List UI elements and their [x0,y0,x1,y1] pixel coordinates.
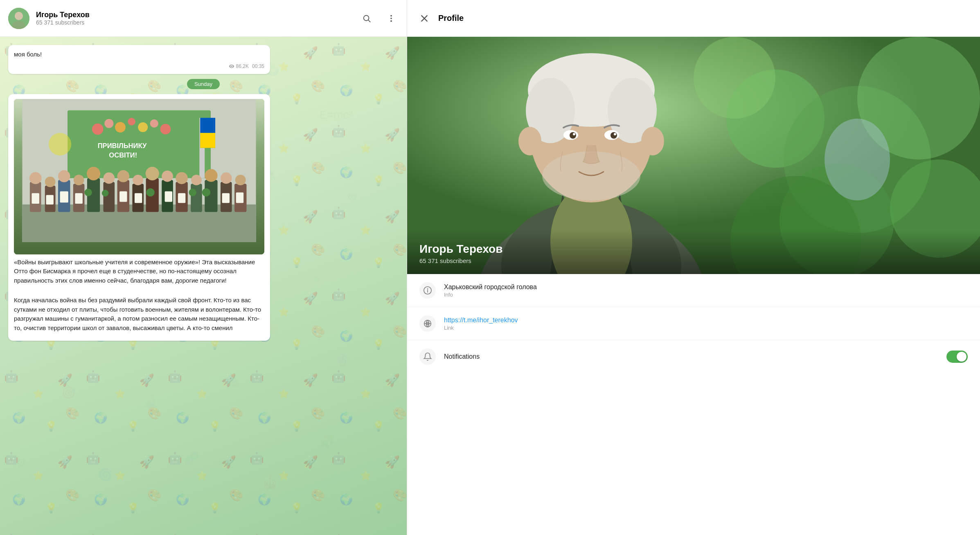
svg-point-61 [74,175,84,185]
svg-point-65 [104,172,115,184]
notifications-label: Notifications [444,353,938,360]
bio-row: Харьковский городской голова Info [407,274,980,307]
bio-label: Info [444,292,968,298]
svg-rect-52 [200,133,215,148]
svg-point-123 [611,132,617,139]
svg-point-47 [160,124,171,134]
chat-panel: Игорь Терехов 65 371 subscribers [0,0,407,535]
svg-point-42 [104,119,113,128]
channel-info: Игорь Терехов 65 371 subscribers [36,11,353,26]
svg-point-95 [189,189,196,196]
svg-point-46 [150,119,158,127]
svg-rect-87 [75,193,82,204]
svg-text:ПРИВІЛЬНИКУ: ПРИВІЛЬНИКУ [98,142,147,149]
svg-point-81 [221,172,232,184]
link-row: https://t.me/ihor_terekhov Link [407,307,980,340]
svg-point-53 [49,133,71,155]
svg-point-83 [235,175,246,185]
profile-panel: Profile [407,0,980,535]
post-image: ПРИВІЛЬНИКУ ОСВІТИ! [14,99,264,254]
svg-rect-84 [32,193,39,204]
channel-avatar[interactable] [8,8,29,29]
link-text[interactable]: https://t.me/ihor_terekhov [444,317,968,324]
views-count: 86,2K [236,63,249,69]
message-time: 00:35 [252,63,264,69]
svg-rect-64 [104,182,115,212]
svg-point-126 [518,127,541,155]
svg-text:ОСВІТИ!: ОСВІТИ! [109,151,137,159]
message-bubble: моя боль! 86,2K 00:35 [8,45,270,74]
svg-rect-97 [222,193,230,203]
photo-message-row: ПРИВІЛЬНИКУ ОСВІТИ! [8,94,399,341]
profile-subscribers: 65 371 subscribers [419,257,968,264]
profile-person-name: Игорь Терехов [419,243,968,256]
svg-point-77 [191,175,202,185]
bio-text: Харьковский городской голова [444,283,968,291]
svg-point-96 [202,188,210,196]
svg-line-5 [368,20,370,22]
svg-point-92 [146,188,155,196]
svg-point-89 [102,189,109,196]
message-text-first: моя боль! [14,50,264,59]
notifications-row: Notifications [407,340,980,373]
post-text-1: «Войны выигрывают школьные учителя и сов… [14,258,264,285]
post-text-2: Когда началась война вы без раздумий выб… [14,296,264,333]
svg-point-7 [390,18,392,19]
bio-content: Харьковский городской голова Info [444,283,968,298]
notifications-content: Notifications [444,353,938,360]
svg-point-127 [641,127,664,155]
subscriber-count: 65 371 subscribers [36,19,353,26]
svg-point-67 [117,170,129,182]
svg-point-41 [92,123,104,135]
day-badge: Sunday [187,79,220,89]
svg-point-43 [115,122,126,133]
channel-name: Игорь Терехов [36,11,353,19]
link-label: Link [444,325,968,331]
message-views: 86,2K [229,63,249,69]
svg-rect-85 [46,195,54,204]
message-meta: 86,2K 00:35 [14,63,264,69]
svg-point-128 [825,119,890,200]
notifications-toggle[interactable] [946,351,968,363]
svg-point-122 [570,132,576,139]
svg-rect-90 [119,191,127,202]
svg-point-4 [364,15,369,20]
more-button[interactable] [384,11,399,26]
message-row: моя боль! 86,2K 00:35 [8,45,399,74]
svg-point-79 [205,169,217,182]
day-divider: Sunday [8,79,399,89]
svg-point-8 [390,20,392,22]
svg-rect-94 [178,193,185,203]
svg-rect-93 [165,191,172,202]
svg-rect-98 [236,192,243,203]
svg-point-6 [390,15,392,16]
chat-messages: ⚛ ☄ 🤖 ⭐ 🌍 💡 🚀 🎭 ⚗ 🏆 🎓 📡 🔭 ⚡ 🎸 🦾 🌟 🎯 🔬 [0,37,407,535]
notification-icon [419,348,436,365]
avatar-initials [8,8,29,29]
svg-point-75 [176,172,187,184]
close-button[interactable] [417,11,432,26]
svg-point-44 [128,118,135,125]
svg-point-73 [162,171,173,182]
link-icon [419,315,436,332]
svg-point-71 [146,166,159,180]
svg-point-3 [15,12,23,20]
messages-scroll[interactable]: моя боль! 86,2K 00:35 Sunday [0,37,407,535]
group-photo: ПРИВІЛЬНИКУ ОСВІТИ! [14,99,264,254]
photo-message-bubble: ПРИВІЛЬНИКУ ОСВІТИ! [8,94,270,341]
toggle-knob [957,352,966,362]
svg-rect-76 [191,184,202,212]
search-button[interactable] [359,11,374,26]
header-actions [359,11,399,26]
profile-name-overlay: Игорь Терехов 65 371 subscribers [407,230,980,274]
svg-point-124 [573,133,575,135]
profile-title: Profile [438,13,464,23]
svg-point-57 [45,176,56,187]
svg-point-55 [29,172,41,184]
profile-info-section: Харьковский городской голова Info https:… [407,274,980,373]
link-content: https://t.me/ihor_terekhov Link [444,317,968,331]
svg-point-69 [133,175,143,185]
chat-header: Игорь Терехов 65 371 subscribers [0,0,407,37]
svg-rect-86 [60,191,68,202]
svg-point-107 [694,37,775,119]
